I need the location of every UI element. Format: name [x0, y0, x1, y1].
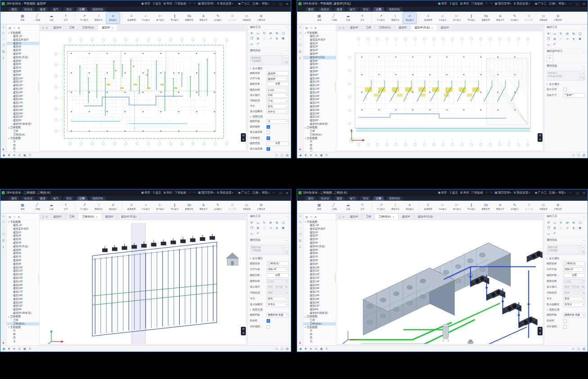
tree-item[interactable]: 建筑-1F: [303, 224, 336, 227]
undo-view-icon[interactable]: ⟲: [539, 328, 541, 330]
tree-item[interactable]: 南: [7, 333, 39, 336]
type-selector-box[interactable]: 视图名称三维视图: [547, 245, 580, 255]
sync-icon[interactable]: ↻: [45, 215, 48, 218]
titlebar-link[interactable]: 帮助▾: [262, 191, 269, 195]
ribbon-button[interactable]: ╱二维线: [30, 202, 44, 212]
tree-item[interactable]: 建筑12F: [303, 84, 336, 87]
close-doc-button[interactable]: ⊠关闭: [163, 2, 172, 6]
clipboard-button[interactable]: ❐剪贴板: [175, 191, 186, 195]
close-widget-icon[interactable]: ✕: [242, 138, 244, 141]
select-field[interactable]: 中等▾: [267, 99, 289, 103]
tree-item[interactable]: 建筑14F: [303, 91, 336, 95]
collapse-icon[interactable]: »: [299, 215, 301, 218]
ribbon-button[interactable]: ∥平行标注: [465, 202, 478, 212]
message-icon[interactable]: ◆: [3, 347, 5, 351]
submit-button[interactable]: ↥提交: [153, 191, 161, 195]
close-doc-button[interactable]: ⊠关闭: [460, 2, 469, 6]
panel-icon[interactable]: ▤: [9, 215, 11, 218]
tree-group[interactable]: ▾三维视图: [303, 315, 336, 319]
info-icon[interactable]: ℹ: [3, 56, 4, 60]
zoom-in-icon[interactable]: ⊕: [310, 153, 312, 157]
array-icon[interactable]: ∷: [559, 37, 563, 41]
save-button[interactable]: ▣保存: [141, 2, 150, 6]
tree-item[interactable]: 建筑13F: [303, 87, 336, 91]
tree-item[interactable]: 建筑17F: [303, 290, 336, 294]
measure-icon[interactable]: ▭: [546, 231, 551, 236]
delete-icon[interactable]: ✖: [281, 36, 285, 41]
ribbon-tab[interactable]: 电气: [50, 7, 62, 12]
minimize-button[interactable]: ─: [271, 191, 276, 194]
tree-item[interactable]: 建筑室外地坪: [303, 227, 336, 231]
horizontal-scrollbar[interactable]: [336, 150, 543, 152]
tree-item[interactable]: 建筑10F: [303, 266, 336, 270]
document-tab[interactable]: 三维: [66, 214, 79, 220]
tree-item[interactable]: 建筑21F: [303, 115, 336, 119]
tree-item[interactable]: 建筑15F: [7, 284, 39, 287]
floorplan-canvas[interactable]: ⟲✕: [336, 31, 544, 152]
break-icon[interactable]: ↯: [275, 226, 279, 230]
ribbon-button[interactable]: ✎自动标注: [211, 202, 225, 212]
save-button[interactable]: ▣保存: [438, 2, 447, 6]
tree-item[interactable]: 建筑17F: [303, 101, 336, 105]
tree-item[interactable]: 建筑18F: [303, 294, 336, 298]
copy-icon[interactable]: ❏: [578, 32, 582, 36]
type-selector-box[interactable]: 视图名称平面视图: [250, 55, 283, 65]
ribbon-button[interactable]: ⊢单个标注: [154, 202, 167, 212]
tree-item[interactable]: 建筑3F: [7, 49, 39, 52]
tree-item[interactable]: 建筑12F: [7, 84, 39, 87]
tree-item[interactable]: 建筑18F: [7, 105, 39, 108]
horizontal-scrollbar[interactable]: [336, 344, 543, 345]
undo-icon[interactable]: ↶: [485, 191, 488, 194]
ribbon-tab[interactable]: 通用: [8, 7, 20, 12]
document-tab[interactable]: 建筑2F: [437, 25, 453, 31]
close-button[interactable]: ✕: [285, 2, 289, 5]
collapse-icon[interactable]: »: [3, 215, 5, 218]
ribbon-button[interactable]: ≡标高管理: [421, 202, 435, 212]
select-field[interactable]: 结构-1F▾: [563, 267, 585, 272]
tree-item[interactable]: 建筑20F: [303, 301, 336, 305]
ribbon-button[interactable]: ⊢单个标注: [450, 202, 464, 212]
tree-item[interactable]: 建筑4F: [7, 52, 39, 56]
redo-icon[interactable]: ↷: [193, 2, 195, 5]
fit-icon[interactable]: ▣: [23, 153, 26, 157]
tree-item[interactable]: 建筑1F: [303, 231, 336, 235]
sheet-icon[interactable]: ❑: [280, 153, 283, 157]
ribbon-button[interactable]: ☁云线: [45, 13, 58, 23]
tree-item[interactable]: 建筑19F: [7, 108, 39, 112]
tree-item[interactable]: 南: [303, 333, 336, 336]
refresh-icon[interactable]: ↻: [326, 347, 328, 351]
tree-item[interactable]: 三维: [7, 319, 39, 322]
ribbon-button[interactable]: ↗尺寸标注: [374, 202, 388, 212]
support-icon[interactable]: ☉: [299, 32, 302, 35]
views-icon[interactable]: ❏: [338, 26, 340, 29]
close-tab-icon[interactable]: ✕: [95, 216, 97, 218]
close-tab-icon[interactable]: ✕: [431, 27, 433, 29]
settings-button[interactable]: 设置: [267, 141, 289, 146]
tree-item[interactable]: 建筑13F: [7, 87, 39, 91]
zoom-out-icon[interactable]: ⊖: [315, 347, 317, 351]
undo-arc-icon[interactable]: ↶: [256, 231, 260, 236]
rotate-icon[interactable]: ↻: [559, 32, 563, 36]
panel-icon[interactable]: ▤: [9, 26, 11, 29]
filter-icon[interactable]: ▽: [310, 215, 312, 218]
document-tab[interactable]: 建筑4F: [346, 25, 362, 31]
tree-item[interactable]: 建筑14F: [7, 91, 39, 95]
array-icon[interactable]: ∷: [262, 226, 267, 230]
close-tab-icon[interactable]: ✕: [392, 216, 394, 218]
select-field[interactable]: 视图样板-承建▾: [563, 313, 585, 317]
settings-button[interactable]: 设置: [563, 273, 585, 278]
tree-item[interactable]: 建筑1F: [7, 231, 39, 235]
checkbox[interactable]: [563, 319, 567, 323]
list-icon[interactable]: ☰: [299, 239, 302, 243]
ribbon-tab[interactable]: 管综: [359, 7, 372, 12]
tree-item[interactable]: 建筑4F: [303, 52, 336, 56]
ribbon-tab[interactable]: 暖通: [333, 7, 346, 12]
tree-item[interactable]: 北: [303, 151, 336, 152]
settings-button[interactable]: 设置: [267, 82, 289, 86]
tree-item[interactable]: 建筑14F: [303, 280, 336, 284]
document-tab[interactable]: 建筑9F: [395, 25, 411, 31]
maximize-button[interactable]: ▢: [575, 2, 579, 5]
close-tab-icon[interactable]: ✕: [112, 27, 113, 29]
tree-item[interactable]: 建筑16F: [7, 98, 39, 101]
break-icon[interactable]: ↯: [275, 36, 279, 41]
